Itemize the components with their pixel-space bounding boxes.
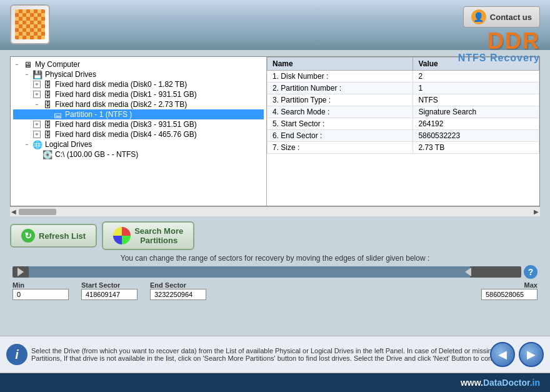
end-sector-label: End Sector — [150, 281, 186, 289]
next-button[interactable]: ▶ — [519, 342, 544, 367]
tree-item-logical-drives[interactable]: −🌐Logical Drives — [13, 139, 264, 149]
col-name: Name — [268, 58, 413, 71]
expand-icon[interactable]: + — [33, 81, 41, 88]
nav-buttons: ◀ ▶ — [490, 342, 544, 367]
tree-label: Fixed hard disk media (Disk4 - 465.76 GB… — [55, 130, 197, 139]
button-row: ↻ Refresh List Search MorePartitions — [10, 221, 540, 250]
collapse-icon[interactable]: − — [23, 71, 31, 78]
hdd-icon: 🗄 — [42, 100, 53, 109]
tree-label: Fixed hard disk media (Disk2 - 2.73 TB) — [55, 100, 187, 109]
search-more-button[interactable]: Search MorePartitions — [102, 221, 194, 250]
tree-label: Fixed hard disk media (Disk3 - 931.51 GB… — [55, 120, 197, 129]
contact-icon: 👤 — [471, 9, 486, 24]
row-name: 5. Start Sector : — [268, 118, 413, 130]
table-row: 4. Search Mode :Signature Search — [268, 106, 539, 118]
horizontal-scrollbar[interactable]: ◀ ▶ — [10, 206, 540, 216]
contact-label: Contact us — [490, 13, 532, 22]
brand-block: DDR NTFS Recovery — [458, 30, 540, 64]
panel-row: −🖥My Computer−💾Physical Drives+🗄Fixed ha… — [10, 56, 540, 206]
tree-item-partition1[interactable]: 🖴Partition - 1 (NTFS ) — [13, 109, 264, 119]
hdd-icon: 🗄 — [42, 120, 53, 129]
table-row: 6. End Sector :5860532223 — [268, 130, 539, 142]
hdd-icon: 🗄 — [42, 80, 53, 89]
min-value: 0 — [12, 289, 69, 300]
tree-item-physical-drives[interactable]: −💾Physical Drives — [13, 69, 264, 79]
expand-icon[interactable]: + — [33, 131, 41, 138]
computer-icon: 🖥 — [22, 60, 33, 69]
tree-item-disk0[interactable]: +🗄Fixed hard disk media (Disk0 - 1.82 TB… — [13, 79, 264, 89]
help-button[interactable]: ? — [524, 265, 538, 279]
header: 👤 Contact us DDR NTFS Recovery — [0, 0, 550, 50]
hdd-icon: 🗄 — [42, 90, 53, 99]
search-label: Search MorePartitions — [134, 226, 183, 245]
tree-item-my-computer[interactable]: −🖥My Computer — [13, 59, 264, 69]
collapse-icon[interactable]: − — [13, 61, 21, 68]
row-value: Signature Search — [413, 106, 539, 118]
tree-item-cdrive[interactable]: 💽C:\ (100.00 GB - - NTFS) — [13, 149, 264, 159]
sector-section: You can change the range of sectors for … — [10, 254, 540, 300]
footer-text: www.DataDoctor.in — [461, 378, 540, 388]
row-name: 2. Partition Number : — [268, 83, 413, 94]
cdrive-icon: 💽 — [42, 150, 53, 159]
end-sector-value[interactable]: 3232250964 — [150, 289, 206, 300]
collapse-icon[interactable]: − — [23, 141, 31, 148]
refresh-button[interactable]: ↻ Refresh List — [10, 224, 97, 248]
row-name: 4. Search Mode : — [268, 106, 413, 118]
table-row: 7. Size :2.73 TB — [268, 142, 539, 154]
drive-icon: 💾 — [32, 70, 43, 79]
tree-item-disk3[interactable]: +🗄Fixed hard disk media (Disk3 - 931.51 … — [13, 119, 264, 129]
info-bar: i Select the Drive (from which you want … — [0, 336, 550, 373]
table-row: 1. Disk Number :2 — [268, 71, 539, 83]
table-row: 3. Partition Type :NTFS — [268, 94, 539, 106]
sector-values-row: Min 0 Start Sector 418609147 End Sector … — [10, 281, 540, 300]
contact-button[interactable]: 👤 Contact us — [463, 6, 540, 28]
ddr-title: DDR — [488, 30, 540, 53]
main-content: −🖥My Computer−💾Physical Drives+🗄Fixed ha… — [0, 50, 550, 373]
tree-item-disk4[interactable]: +🗄Fixed hard disk media (Disk4 - 465.76 … — [13, 129, 264, 139]
slider-fill — [29, 266, 470, 278]
search-icon — [113, 227, 131, 244]
expand-icon[interactable]: + — [33, 121, 41, 128]
table-row: 5. Start Sector :264192 — [268, 118, 539, 130]
start-sector-value[interactable]: 418609147 — [81, 289, 138, 300]
expand-icon[interactable]: + — [33, 91, 41, 98]
detail-table: Name Value 1. Disk Number :22. Partition… — [267, 57, 539, 154]
slider-left-handle[interactable] — [18, 268, 24, 276]
refresh-label: Refresh List — [39, 231, 86, 241]
row-name: 1. Disk Number : — [268, 71, 413, 83]
min-label: Min — [12, 281, 24, 289]
row-value: NTFS — [413, 94, 539, 106]
row-name: 7. Size : — [268, 142, 413, 154]
tree-item-disk1[interactable]: +🗄Fixed hard disk media (Disk1 - 931.51 … — [13, 89, 264, 99]
info-text: Select the Drive (from which you want to… — [31, 347, 519, 362]
tree-panel[interactable]: −🖥My Computer−💾Physical Drives+🗄Fixed ha… — [11, 57, 267, 206]
tree-label: Physical Drives — [45, 70, 96, 79]
tree-label: My Computer — [35, 60, 80, 69]
footer-brand: DataDoctor — [483, 378, 530, 388]
row-value: 2 — [413, 71, 539, 83]
detail-panel: Name Value 1. Disk Number :22. Partition… — [267, 57, 539, 206]
back-button[interactable]: ◀ — [490, 342, 515, 367]
footer-domain: .in — [530, 378, 540, 388]
slider-row: ? — [10, 265, 540, 279]
row-value: 264192 — [413, 118, 539, 130]
header-right: 👤 Contact us DDR NTFS Recovery — [458, 6, 540, 64]
max-group: Max 5860528065 — [481, 281, 538, 300]
logo-box — [10, 4, 50, 44]
hdd-icon: 🗄 — [42, 130, 53, 139]
tree-item-disk2[interactable]: −🗄Fixed hard disk media (Disk2 - 2.73 TB… — [13, 99, 264, 109]
info-icon: i — [6, 344, 28, 365]
slider-right-handle[interactable] — [465, 268, 471, 276]
hscroll-thumb[interactable] — [19, 209, 56, 215]
tree-label: Fixed hard disk media (Disk0 - 1.82 TB) — [55, 80, 187, 89]
tree-label: Partition - 1 (NTFS ) — [65, 110, 132, 119]
max-label: Max — [524, 281, 538, 289]
collapse-icon[interactable]: − — [33, 101, 41, 108]
min-group: Min 0 — [12, 281, 69, 300]
tree-label: Fixed hard disk media (Disk1 - 931.51 GB… — [55, 90, 197, 99]
ntfs-title: NTFS Recovery — [458, 53, 540, 64]
slider-track[interactable] — [12, 266, 521, 278]
refresh-icon: ↻ — [21, 229, 35, 243]
row-value: 2.73 TB — [413, 142, 539, 154]
row-name: 6. End Sector : — [268, 130, 413, 142]
